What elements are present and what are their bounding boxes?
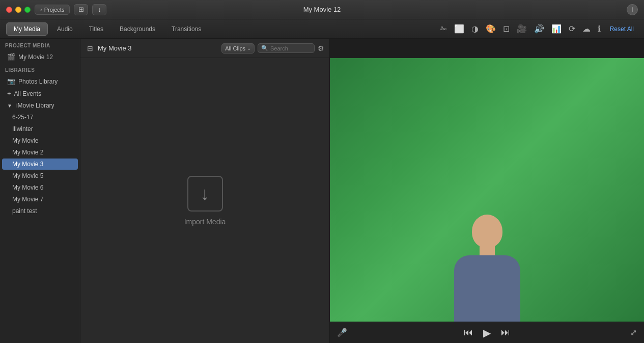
sidebar-item-label: Illwinter bbox=[12, 125, 33, 133]
tab-audio[interactable]: Audio bbox=[50, 23, 80, 35]
movie-icon: 🎬 bbox=[7, 53, 15, 61]
color-icon[interactable]: 🎨 bbox=[484, 22, 498, 36]
crop-icon[interactable]: ⊡ bbox=[501, 22, 512, 36]
person-head bbox=[472, 215, 502, 248]
search-input[interactable] bbox=[270, 45, 311, 51]
person-shape bbox=[441, 215, 533, 322]
window-title: My Movie 12 bbox=[303, 6, 341, 13]
sidebar-item-my-movie-6[interactable]: My Movie 6 bbox=[2, 182, 78, 193]
transform-icon[interactable]: ⬜ bbox=[452, 22, 466, 36]
titlebar: ‹ Projects ⊞ ↓ My Movie 12 i bbox=[0, 0, 644, 19]
chart-icon[interactable]: 📊 bbox=[549, 22, 564, 36]
gear-icon[interactable]: ⚙ bbox=[318, 44, 324, 52]
search-box: 🔍 bbox=[258, 43, 315, 53]
tab-backgrounds[interactable]: Backgrounds bbox=[113, 23, 162, 35]
sidebar-item-label: My Movie bbox=[12, 137, 38, 144]
fullscreen-button[interactable]: ⤢ bbox=[630, 328, 637, 337]
play-pause-button[interactable]: ▶ bbox=[483, 327, 491, 339]
sidebar-item-label: 6-25-17 bbox=[12, 114, 33, 121]
sidebar-item-my-movie-12[interactable]: 🎬 My Movie 12 bbox=[2, 51, 78, 63]
disclosure-icon: ▼ bbox=[7, 103, 12, 109]
sidebar-item-paint-test[interactable]: paint test bbox=[2, 205, 78, 217]
sidebar-item-all-events[interactable]: + All Events bbox=[2, 88, 78, 99]
maximize-button[interactable] bbox=[24, 7, 31, 13]
photos-icon: 📷 bbox=[7, 77, 15, 85]
info-icon: i bbox=[632, 6, 633, 13]
filter-icon[interactable]: ◑ bbox=[469, 22, 481, 36]
sidebar-item-my-movie-5[interactable]: My Movie 5 bbox=[2, 170, 78, 181]
sidebar-item-label: paint test bbox=[12, 207, 37, 215]
clips-filter-label: All Clips bbox=[225, 45, 245, 51]
sidebar-item-my-movie-3[interactable]: My Movie 3 bbox=[2, 159, 78, 170]
tab-titles[interactable]: Titles bbox=[82, 23, 110, 35]
person-body bbox=[454, 255, 520, 322]
import-label: Import Media bbox=[184, 218, 226, 226]
add-icon: + bbox=[7, 90, 11, 97]
sidebar-item-label: My Movie 3 bbox=[12, 161, 43, 168]
media-panel: ⊟ My Movie 3 All Clips ⌄ 🔍 ⚙ ↓ Import Me… bbox=[80, 39, 330, 343]
sidebar-item-illwinter[interactable]: Illwinter bbox=[2, 123, 78, 135]
cloud-icon[interactable]: ☁ bbox=[580, 22, 593, 36]
media-panel-title: My Movie 3 bbox=[98, 44, 218, 52]
info-tool-icon[interactable]: ℹ bbox=[596, 22, 603, 36]
traffic-lights bbox=[6, 7, 31, 13]
camera-icon[interactable]: 🎥 bbox=[515, 22, 529, 36]
sidebar-item-label: My Movie 2 bbox=[12, 149, 43, 156]
back-projects-button[interactable]: ‹ Projects bbox=[35, 5, 70, 15]
clips-dropdown-arrow-icon: ⌄ bbox=[247, 45, 251, 51]
sidebar: Project Media 🎬 My Movie 12 Libraries 📷 … bbox=[0, 39, 80, 343]
tab-my-media[interactable]: My Media bbox=[6, 22, 48, 36]
sidebar-item-label: My Movie 5 bbox=[12, 172, 43, 179]
back-chevron-icon: ‹ bbox=[40, 7, 42, 13]
grid-toggle-icon[interactable]: ⊟ bbox=[86, 43, 95, 54]
stabilize-icon[interactable]: ⟳ bbox=[567, 22, 577, 36]
preview-panel: Cutaway ⌄ ✓ Cutaway Green/Blue Screen Sp… bbox=[330, 39, 644, 343]
sidebar-item-label: iMovie Library bbox=[16, 102, 54, 109]
download-button[interactable]: ↓ bbox=[92, 4, 106, 15]
audio-icon[interactable]: 🔊 bbox=[532, 22, 546, 36]
titlebar-left: ‹ Projects ⊞ ↓ bbox=[6, 4, 106, 15]
import-icon: ↓ bbox=[187, 176, 223, 212]
reset-all-button[interactable]: Reset All bbox=[606, 23, 638, 35]
sidebar-item-my-movie-2[interactable]: My Movie 2 bbox=[2, 147, 78, 158]
playback-controls: 🎤 ⏮ ▶ ⏭ ⤢ bbox=[330, 322, 644, 343]
video-preview bbox=[330, 58, 644, 322]
clips-filter-dropdown[interactable]: All Clips ⌄ bbox=[221, 43, 255, 54]
go-to-start-button[interactable]: ⏮ bbox=[464, 327, 473, 338]
sidebar-item-my-movie-7[interactable]: My Movie 7 bbox=[2, 194, 78, 205]
sidebar-item-6-25-17[interactable]: 6-25-17 bbox=[2, 112, 78, 123]
person-neck bbox=[480, 245, 495, 255]
sidebar-item-label: Photos Library bbox=[18, 78, 58, 85]
crop-tool-icon[interactable]: ✁ bbox=[438, 22, 449, 36]
libraries-header: Libraries bbox=[0, 63, 80, 75]
media-content: ↓ Import Media bbox=[80, 58, 329, 343]
sidebar-item-imovie-library[interactable]: ▼ iMovie Library bbox=[2, 100, 78, 111]
sidebar-item-my-movie[interactable]: My Movie bbox=[2, 135, 78, 146]
toolbar: My Media Audio Titles Backgrounds Transi… bbox=[0, 19, 644, 39]
grid-view-button[interactable]: ⊞ bbox=[74, 4, 88, 15]
close-button[interactable] bbox=[6, 7, 12, 13]
titlebar-right: i bbox=[627, 4, 638, 15]
sidebar-item-photos-library[interactable]: 📷 Photos Library bbox=[2, 75, 78, 87]
info-button[interactable]: i bbox=[627, 4, 638, 15]
sidebar-item-label: My Movie 12 bbox=[18, 54, 53, 61]
arrow-down-icon: ↓ bbox=[201, 183, 210, 204]
video-person bbox=[436, 209, 538, 322]
search-icon: 🔍 bbox=[261, 45, 268, 51]
microphone-button[interactable]: 🎤 bbox=[337, 328, 347, 337]
media-header: ⊟ My Movie 3 All Clips ⌄ 🔍 ⚙ bbox=[80, 39, 329, 58]
project-media-header: Project Media bbox=[0, 39, 80, 50]
sidebar-item-label: My Movie 6 bbox=[12, 184, 43, 191]
tab-transitions[interactable]: Transitions bbox=[164, 23, 208, 35]
sidebar-item-label: All Events bbox=[14, 90, 41, 97]
sidebar-item-label: My Movie 7 bbox=[12, 196, 43, 203]
go-to-end-button[interactable]: ⏭ bbox=[501, 327, 510, 338]
toolbar-right: ✁ ⬜ ◑ 🎨 ⊡ 🎥 🔊 📊 ⟳ ☁ ℹ Reset All bbox=[438, 22, 638, 36]
main-area: Project Media 🎬 My Movie 12 Libraries 📷 … bbox=[0, 39, 644, 343]
minimize-button[interactable] bbox=[15, 7, 21, 13]
